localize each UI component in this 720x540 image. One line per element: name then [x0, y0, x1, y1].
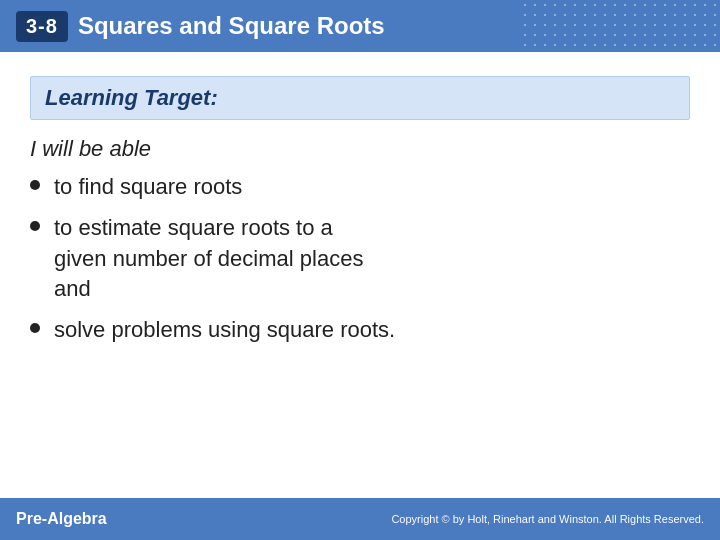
- bullet-icon: [30, 221, 40, 231]
- learning-target-box: Learning Target:: [30, 76, 690, 120]
- intro-text: I will be able: [30, 136, 690, 162]
- bullet-list: to find square roots to estimate square …: [30, 172, 690, 346]
- header-title: Squares and Square Roots: [78, 12, 385, 40]
- bullet-icon: [30, 180, 40, 190]
- list-item: to estimate square roots to agiven numbe…: [30, 213, 690, 305]
- footer-label: Pre-Algebra: [16, 510, 107, 528]
- lesson-badge: 3-8: [16, 11, 68, 42]
- main-content: Learning Target: I will be able to find …: [0, 52, 720, 380]
- bullet-text-3: solve problems using square roots.: [54, 315, 690, 346]
- footer-copyright: Copyright © by Holt, Rinehart and Winsto…: [391, 513, 704, 525]
- learning-target-label: Learning Target:: [45, 85, 218, 110]
- list-item: to find square roots: [30, 172, 690, 203]
- bullet-text-2: to estimate square roots to agiven numbe…: [54, 213, 690, 305]
- header-bar: 3-8 Squares and Square Roots: [0, 0, 720, 52]
- header-dots-decoration: [520, 0, 720, 52]
- bullet-text-1: to find square roots: [54, 172, 690, 203]
- list-item: solve problems using square roots.: [30, 315, 690, 346]
- bullet-icon: [30, 323, 40, 333]
- footer-bar: Pre-Algebra Copyright © by Holt, Rinehar…: [0, 498, 720, 540]
